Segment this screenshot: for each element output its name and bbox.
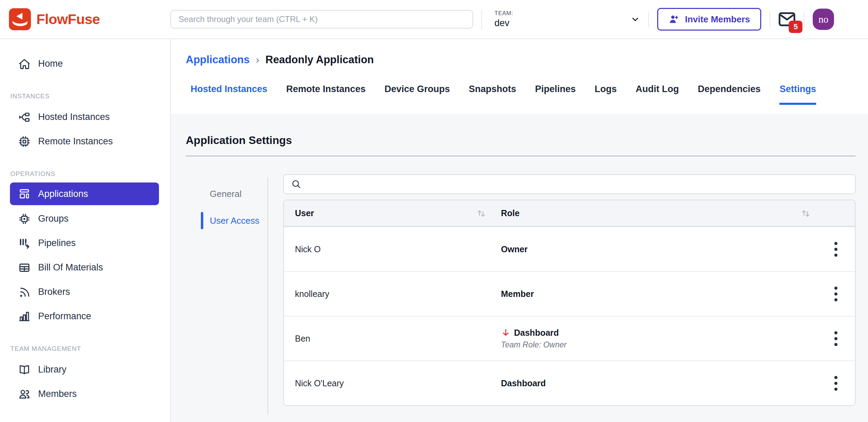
tab-audit-log[interactable]: Audit Log — [636, 84, 679, 105]
breadcrumb: Applications › Readonly Application — [186, 54, 868, 66]
column-header-user[interactable]: User — [284, 208, 501, 218]
home-icon — [18, 58, 31, 70]
table-row: Nick O Owner — [284, 226, 855, 271]
user-name: Nick O — [284, 244, 501, 254]
header-divider — [804, 11, 804, 27]
breadcrumb-current: Readonly Application — [265, 54, 374, 66]
brokers-icon — [18, 286, 31, 298]
table-row: knolleary Member — [284, 271, 855, 316]
sidebar-item-label: Bill Of Materials — [38, 262, 103, 273]
header-divider — [648, 11, 649, 27]
sidebar-section-team-management: TEAM MANAGEMENT — [10, 345, 170, 353]
header-divider — [769, 11, 770, 27]
tab-snapshots[interactable]: Snapshots — [469, 84, 516, 105]
sidebar-item-label: Members — [38, 389, 77, 399]
sidebar-item-library[interactable]: Library — [0, 357, 170, 382]
sidebar-item-label: Hosted Instances — [38, 112, 110, 122]
active-indicator-bar — [201, 212, 203, 229]
notification-count-badge: 5 — [789, 21, 802, 33]
sidebar-item-performance[interactable]: Performance — [0, 304, 170, 329]
user-access-panel: User Role — [283, 174, 856, 406]
row-menu-kebab-icon[interactable] — [832, 285, 840, 303]
sidebar-item-label: Pipelines — [38, 238, 76, 248]
sidebar-item-members[interactable]: Members — [0, 382, 170, 406]
remote-instances-icon — [18, 135, 31, 148]
team-name: dev — [494, 18, 513, 29]
row-menu-kebab-icon[interactable] — [832, 329, 840, 348]
tab-hosted-instances[interactable]: Hosted Instances — [191, 84, 267, 105]
hosted-instances-icon — [18, 111, 31, 123]
top-header: FlowFuse TEAM: dev Invite Members 5 no — [0, 0, 868, 39]
search-icon — [291, 179, 302, 190]
sidebar-item-label: Library — [38, 364, 67, 375]
sidebar-item-remote-instances[interactable]: Remote Instances — [0, 129, 170, 154]
column-label-user: User — [295, 208, 314, 218]
table-row: Nick O'Leary Dashboard — [284, 360, 855, 405]
application-tabs: Hosted Instances Remote Instances Device… — [186, 84, 868, 105]
page-title: Application Settings — [186, 134, 856, 147]
sidebar-item-label: Remote Instances — [38, 136, 113, 147]
invite-members-label: Invite Members — [685, 14, 750, 25]
heading-divider — [186, 156, 856, 156]
tab-remote-instances[interactable]: Remote Instances — [286, 84, 366, 105]
sidebar-item-groups[interactable]: Groups — [0, 207, 170, 231]
sidebar-item-pipelines[interactable]: Pipelines — [0, 231, 170, 255]
subnav-item-general[interactable]: General — [186, 180, 267, 207]
global-search-input[interactable] — [170, 10, 473, 29]
subnav-item-user-access[interactable]: User Access — [186, 207, 267, 234]
applications-icon — [18, 188, 31, 200]
sidebar-item-brokers[interactable]: Brokers — [0, 280, 170, 304]
user-name: knolleary — [284, 289, 501, 299]
sidebar-item-label: Brokers — [38, 287, 70, 297]
sidebar-item-bill-of-materials[interactable]: Bill Of Materials — [0, 255, 170, 280]
tab-device-groups[interactable]: Device Groups — [385, 84, 450, 105]
tab-pipelines[interactable]: Pipelines — [535, 84, 576, 105]
invite-members-button[interactable]: Invite Members — [657, 8, 761, 31]
table-header: User Role — [284, 200, 855, 226]
user-role: Member — [501, 289, 816, 299]
sidebar-item-label: Home — [38, 58, 63, 69]
column-header-role[interactable]: Role — [501, 208, 855, 218]
pipelines-icon — [18, 237, 31, 249]
library-icon — [18, 364, 31, 376]
page-header: Applications › Readonly Application Host… — [171, 39, 868, 114]
settings-subnav: General User Access — [186, 174, 267, 234]
tab-settings[interactable]: Settings — [779, 84, 816, 105]
flowfuse-logo[interactable]: FlowFuse — [9, 8, 170, 30]
chevron-down-icon — [630, 14, 640, 24]
subnav-item-label: User Access — [210, 215, 260, 226]
user-search-field[interactable] — [283, 174, 856, 194]
sidebar-item-hosted-instances[interactable]: Hosted Instances — [0, 105, 170, 129]
user-role: Dashboard — [514, 328, 559, 338]
members-icon — [18, 388, 31, 400]
bill-of-materials-icon — [18, 262, 31, 274]
notifications-button[interactable]: 5 — [778, 12, 796, 27]
row-menu-kebab-icon[interactable] — [832, 374, 840, 393]
sidebar-item-applications[interactable]: Applications — [10, 182, 159, 205]
breadcrumb-separator-icon: › — [256, 54, 259, 66]
subnav-item-label: General — [210, 189, 242, 199]
user-role: Owner — [501, 244, 816, 254]
sidebar-section-instances: INSTANCES — [10, 92, 170, 100]
performance-icon — [18, 310, 31, 323]
main-content: Applications › Readonly Application Host… — [171, 39, 868, 422]
sidebar: Home INSTANCES Hosted Instances Remote I… — [0, 39, 171, 422]
user-avatar[interactable]: no — [813, 9, 834, 30]
table-row: Ben Dashboard Team Role: Owner — [284, 316, 855, 360]
team-label: TEAM: — [494, 10, 513, 17]
tab-logs[interactable]: Logs — [595, 84, 617, 105]
breadcrumb-applications-link[interactable]: Applications — [186, 54, 250, 66]
tab-dependencies[interactable]: Dependencies — [698, 84, 761, 105]
groups-icon — [18, 213, 31, 225]
team-selector[interactable]: TEAM: dev — [490, 10, 640, 29]
column-label-role: Role — [501, 208, 519, 218]
team-role-note: Team Role: Owner — [501, 340, 816, 349]
user-role: Dashboard — [501, 378, 816, 388]
sidebar-item-label: Performance — [38, 311, 91, 322]
row-menu-kebab-icon[interactable] — [832, 240, 840, 259]
user-access-table: User Role — [283, 200, 856, 406]
sidebar-item-home[interactable]: Home — [0, 52, 170, 76]
logo-text: FlowFuse — [36, 11, 100, 27]
sidebar-item-label: Groups — [38, 213, 69, 224]
user-name: Ben — [284, 334, 501, 344]
